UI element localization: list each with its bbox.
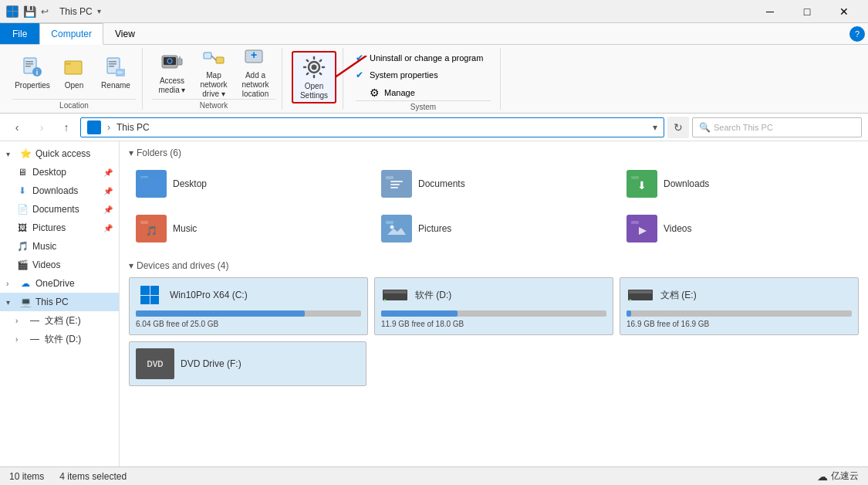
documents-label: Documents (32, 204, 100, 215)
sidebar-item-videos[interactable]: 🎬 Videos (0, 256, 119, 274)
maximize-button[interactable]: □ (789, 0, 825, 23)
svg-rect-41 (386, 221, 393, 224)
svg-rect-48 (383, 290, 407, 293)
drive-d[interactable]: 软件 (D:) 11.9 GB free of 18.0 GB (374, 277, 613, 335)
svg-rect-11 (109, 61, 117, 63)
title-bar: 💾 ↩ This PC ▾ ─ □ ✕ (0, 0, 868, 23)
close-button[interactable]: ✕ (826, 0, 862, 23)
forward-button[interactable]: › (31, 117, 52, 138)
ruanjian-expand-icon: › (15, 335, 25, 344)
brand-area: ☁ 亿速云 (817, 470, 859, 483)
folder-desktop[interactable]: Desktop (129, 164, 368, 203)
drive-f[interactable]: DVD DVD Drive (F:) (129, 341, 366, 386)
address-input[interactable]: › This PC ▾ (80, 117, 664, 137)
sidebar-item-wendang[interactable]: › — 文档 (E:) (0, 311, 119, 330)
svg-rect-32 (390, 184, 400, 185)
drive-c-bar-fill (136, 310, 305, 317)
rename-label: Rename (101, 81, 130, 90)
pictures-pin-icon: 📌 (103, 224, 113, 232)
access-media-label: Accessmedia ▾ (158, 76, 185, 95)
quick-access-label: Quick access (35, 148, 113, 159)
address-dropdown-btn[interactable]: ▾ (653, 122, 657, 133)
sidebar-item-music[interactable]: 🎵 Music (0, 237, 119, 256)
drives-collapse-icon[interactable]: ▾ (129, 260, 133, 271)
svg-rect-12 (109, 63, 117, 65)
drive-e[interactable]: 文档 (E:) 16.9 GB free of 16.9 GB (620, 277, 859, 335)
drive-c-bar-bg (136, 310, 361, 317)
folders-collapse-icon[interactable]: ▾ (129, 148, 133, 158)
onedrive-label: OneDrive (35, 278, 113, 289)
svg-rect-19 (177, 59, 182, 65)
svg-rect-3 (25, 61, 33, 63)
manage-item[interactable]: ✔ ⚙ Manage (356, 85, 491, 100)
add-network-button[interactable]: + Add a networklocation (235, 48, 275, 97)
quick-access-icon: ⭐ (19, 147, 32, 161)
folder-videos[interactable]: Videos (620, 209, 859, 248)
refresh-button[interactable]: ↻ (667, 117, 689, 138)
tab-view[interactable]: View (103, 23, 147, 45)
svg-rect-38 (140, 221, 148, 224)
sidebar-item-thispc[interactable]: ▾ 💻 This PC (0, 293, 119, 311)
open-button[interactable]: Open (54, 48, 94, 97)
thispc-expand-icon: ▾ (6, 298, 15, 307)
brand-label: 亿速云 (831, 470, 859, 483)
downloads-pin-icon: 📌 (103, 187, 113, 195)
minimize-button[interactable]: ─ (752, 0, 788, 23)
ribbon-content: i Properties Open ✏ Rename Locat (0, 45, 868, 113)
drive-e-icon (627, 284, 654, 306)
sidebar-item-downloads[interactable]: ⬇ Downloads 📌 (0, 181, 119, 200)
videos-label: Videos (32, 259, 113, 270)
system-props-label: System properties (370, 70, 438, 80)
sidebar-item-onedrive[interactable]: › ☁ OneDrive (0, 274, 119, 293)
map-network-button[interactable]: Map networkdrive ▾ (194, 48, 234, 97)
desktop-icon: 🖥 (15, 165, 29, 179)
network-buttons: Accessmedia ▾ Map networkdrive ▾ (152, 48, 275, 97)
sidebar-item-ruanjian[interactable]: › — 软件 (D:) (0, 330, 119, 348)
search-box[interactable]: 🔍 Search This PC (692, 117, 862, 137)
selected-count: 4 items selected (59, 471, 127, 482)
svg-text:🎵: 🎵 (146, 225, 157, 236)
uninstall-item[interactable]: ✔ Uninstall or change a program (356, 51, 491, 65)
drive-c[interactable]: Win10Pro X64 (C:) 6.04 GB free of 25.0 G… (129, 277, 368, 335)
system-props-item[interactable]: ✔ System properties (356, 68, 491, 82)
open-label: Open (65, 81, 83, 90)
up-button[interactable]: ↑ (56, 117, 77, 138)
drive-c-name: Win10Pro X64 (C:) (170, 290, 248, 300)
dvd-label: DVD Drive (F:) (181, 358, 241, 369)
svg-rect-9 (65, 63, 71, 65)
properties-icon: i (20, 55, 45, 80)
ribbon-tabs: File Computer View ? (0, 23, 868, 45)
wendang-expand-icon: › (15, 317, 25, 325)
rename-button[interactable]: ✏ Rename (96, 48, 136, 97)
manage-icon: ⚙ (370, 86, 380, 99)
settings-gear-icon (300, 54, 328, 80)
folder-music[interactable]: 🎵 Music (129, 209, 368, 248)
videos-icon: 🎬 (15, 258, 29, 272)
tab-computer[interactable]: Computer (39, 23, 103, 45)
tab-file[interactable]: File (0, 23, 39, 44)
svg-rect-20 (204, 53, 211, 59)
open-settings-button[interactable]: OpenSettings (292, 51, 336, 103)
back-button[interactable]: ‹ (6, 117, 28, 138)
title-bar-dropdown[interactable]: ▾ (97, 7, 101, 15)
folder-documents[interactable]: Documents (374, 164, 613, 203)
access-media-icon (160, 50, 184, 75)
svg-rect-51 (629, 290, 652, 293)
folder-pictures-label: Pictures (418, 223, 451, 234)
sidebar-item-desktop[interactable]: 🖥 Desktop 📌 (0, 163, 119, 181)
properties-button[interactable]: i Properties (12, 48, 52, 97)
sidebar-item-quick-access[interactable]: ▾ ⭐ Quick access (0, 144, 119, 163)
folder-downloads[interactable]: ⬇ Downloads (620, 164, 859, 203)
access-media-button[interactable]: Accessmedia ▾ (152, 48, 192, 97)
svg-point-25 (312, 65, 317, 70)
drive-d-info: 11.9 GB free of 18.0 GB (381, 320, 606, 328)
address-path: This PC (117, 122, 647, 133)
folders-grid: Desktop Documents ⬇ Downloads 🎵 Music (129, 164, 859, 248)
add-network-label: Add a networklocation (238, 71, 273, 99)
help-button[interactable]: ? (849, 26, 865, 42)
sidebar-item-documents[interactable]: 📄 Documents 📌 (0, 200, 119, 219)
folder-pictures[interactable]: Pictures (374, 209, 613, 248)
sidebar: ▾ ⭐ Quick access 🖥 Desktop 📌 ⬇ Downloads… (0, 141, 120, 466)
network-group-label: Network (152, 99, 275, 111)
sidebar-item-pictures[interactable]: 🖼 Pictures 📌 (0, 219, 119, 237)
